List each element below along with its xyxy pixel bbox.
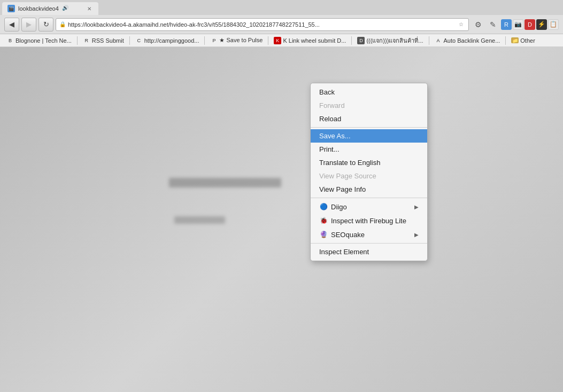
bookmark-sep-7	[505, 36, 506, 45]
tab-audio-icon: 🔊	[62, 5, 70, 12]
bookmarks-bar: B Blognone | Tech Ne... R RSS Submit C h…	[0, 34, 563, 47]
bookmark-sep-6	[429, 36, 429, 45]
ctx-forward-label: Forward	[319, 101, 345, 109]
ctx-page-info-label: View Page Info	[319, 185, 366, 193]
page-content	[0, 47, 563, 392]
tab-favicon: 🎬	[7, 5, 15, 12]
bookmark-linkwheel[interactable]: K K Link wheel submit D...	[271, 36, 349, 45]
ctx-view-source-label: View Page Source	[319, 172, 376, 180]
ctx-print[interactable]: Print...	[311, 143, 427, 156]
bookmark-sep-4	[268, 36, 268, 45]
ctx-sep-3	[311, 243, 427, 244]
bookmark-star-icon[interactable]: ☆	[457, 20, 465, 29]
ctx-firebug-label: Inspect with Firebug Lite	[331, 217, 406, 225]
bookmark-rss-favicon: R	[83, 37, 90, 44]
ctx-diigo-arrow: ▶	[414, 204, 419, 210]
bookmark-other-folder[interactable]: 📁 Other	[508, 36, 538, 45]
bookmark-other-folder-icon: 📁	[511, 37, 519, 43]
bookmark-autobacklink-label: Auto Backlink Gene...	[444, 37, 500, 44]
ctx-save-as-label: Save As...	[319, 132, 351, 140]
ctx-firebug-icon: 🐞	[319, 216, 328, 225]
settings-button[interactable]: ⚙	[471, 18, 485, 32]
reload-button[interactable]: ↻	[38, 18, 53, 32]
bookmark-sep-3	[204, 36, 205, 45]
bookmark-blognone[interactable]: B Blognone | Tech Ne...	[3, 36, 75, 45]
bookmark-camping-label: http://campinggood...	[144, 37, 199, 44]
ext-rss-icon[interactable]: R	[501, 19, 512, 30]
bookmark-thai[interactable]: D (((แจก)))แจกสินค้าที่...	[354, 35, 426, 46]
browser-chrome: 🎬 lookbackvideo4 🔊 ✕ ◀ ▶ ↻ 🔒 https://loo…	[0, 0, 563, 47]
toolbar: ◀ ▶ ↻ 🔒 https://lookbackvideo4-a.akamaih…	[0, 15, 563, 34]
ctx-diigo-label: Diigo	[331, 203, 347, 211]
bookmark-autobacklink-favicon: A	[435, 37, 442, 44]
bookmark-pulse[interactable]: P ★ Save to Pulse	[207, 36, 266, 45]
bookmark-pulse-label: ★ Save to Pulse	[219, 37, 263, 44]
ctx-sep-1	[311, 127, 427, 128]
ctx-back-label: Back	[319, 88, 335, 96]
ctx-save-as[interactable]: Save As...	[311, 129, 427, 143]
ctx-back[interactable]: Back	[311, 85, 427, 99]
ctx-view-source: View Page Source	[311, 169, 427, 183]
ctx-translate[interactable]: Translate to English	[311, 156, 427, 169]
ext-bookmark-icon[interactable]: 📋	[548, 19, 559, 30]
address-bar[interactable]: 🔒 https://lookbackvideo4-a.akamaihd.net/…	[56, 18, 469, 31]
bookmark-rss-label: RSS Submit	[92, 37, 124, 44]
bookmark-sep-5	[351, 36, 352, 45]
bookmark-sep-1	[77, 36, 78, 45]
ctx-print-label: Print...	[319, 145, 340, 153]
extension-edit-icon[interactable]: ✎	[486, 18, 500, 32]
bookmark-rss[interactable]: R RSS Submit	[80, 36, 127, 45]
ctx-seoquake[interactable]: 🔮 SEOquake ▶	[311, 228, 427, 241]
back-button[interactable]: ◀	[4, 18, 19, 32]
bookmark-linkwheel-favicon: K	[274, 37, 281, 44]
ctx-inspect-label: Inspect Element	[319, 248, 369, 256]
ctx-reload-label: Reload	[319, 115, 341, 123]
tab-title: lookbackvideo4	[18, 5, 59, 12]
ctx-diigo-icon: 🔵	[319, 202, 328, 211]
video-blurred-text-2	[174, 216, 225, 224]
context-menu: Back Forward Reload Save As... Print... …	[310, 83, 428, 261]
ctx-translate-label: Translate to English	[319, 159, 380, 167]
ctx-page-info[interactable]: View Page Info	[311, 183, 427, 196]
toolbar-actions: ⚙ ✎ R 📷 D ⚡ 📋	[471, 18, 559, 32]
tab-bar: 🎬 lookbackvideo4 🔊 ✕	[0, 0, 563, 15]
bookmark-thai-favicon: D	[357, 37, 365, 44]
ctx-inspect[interactable]: Inspect Element	[311, 245, 427, 258]
video-blurred-text-1	[169, 178, 281, 187]
address-text: https://lookbackvideo4-a.akamaihd.net/hv…	[68, 21, 454, 28]
ssl-lock-icon: 🔒	[59, 21, 66, 27]
bookmark-linkwheel-label: K Link wheel submit D...	[283, 37, 346, 44]
bookmark-blognone-favicon: B	[6, 37, 14, 44]
tab-close-button[interactable]: ✕	[86, 5, 93, 12]
bookmark-other-label: Other	[520, 37, 535, 44]
ctx-diigo[interactable]: 🔵 Diigo ▶	[311, 200, 427, 214]
forward-button[interactable]: ▶	[21, 18, 36, 32]
ctx-seoquake-arrow: ▶	[414, 232, 419, 238]
bookmark-blognone-label: Blognone | Tech Ne...	[16, 37, 72, 44]
ctx-sep-2	[311, 198, 427, 198]
video-background	[0, 47, 563, 392]
bookmark-thai-label: (((แจก)))แจกสินค้าที่...	[366, 36, 423, 45]
address-icons: ☆	[457, 20, 465, 29]
bookmark-pulse-favicon: P	[210, 37, 218, 44]
ext-delicious-icon[interactable]: ⚡	[536, 19, 547, 30]
ctx-seoquake-label: SEOquake	[331, 231, 365, 239]
bookmark-sep-2	[129, 36, 130, 45]
ctx-forward: Forward	[311, 99, 427, 112]
bookmark-camping[interactable]: C http://campinggood...	[132, 36, 203, 45]
ext-diigo-icon[interactable]: D	[525, 19, 535, 30]
active-tab[interactable]: 🎬 lookbackvideo4 🔊 ✕	[2, 2, 98, 15]
bookmark-camping-favicon: C	[135, 37, 143, 44]
ctx-reload[interactable]: Reload	[311, 112, 427, 126]
bookmark-autobacklink[interactable]: A Auto Backlink Gene...	[431, 36, 504, 45]
ctx-firebug[interactable]: 🐞 Inspect with Firebug Lite	[311, 214, 427, 228]
ext-camera-icon[interactable]: 📷	[513, 19, 523, 30]
ctx-seoquake-icon: 🔮	[319, 230, 328, 239]
